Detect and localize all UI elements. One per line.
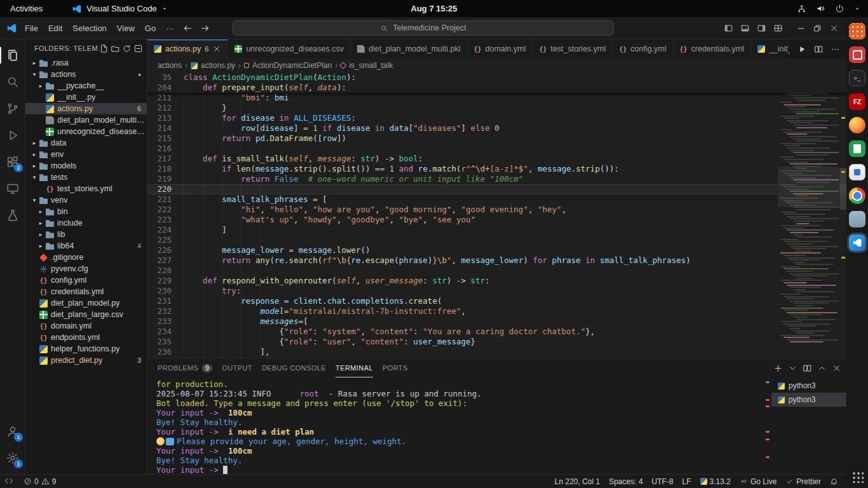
restore-button[interactable] <box>813 24 822 33</box>
explorer-item[interactable]: __init__.py <box>25 92 147 103</box>
editor-tab[interactable]: {}config.yml <box>613 39 673 58</box>
code-line[interactable]: 229 def respond_with_openrouter(self, us… <box>147 276 846 286</box>
close-panel-button[interactable] <box>832 363 841 373</box>
explorer-item[interactable]: ▸env <box>25 149 147 160</box>
activity-search[interactable] <box>0 69 25 95</box>
explorer-item[interactable]: {}test_stories.yml <box>25 183 147 194</box>
more-actions-icon[interactable] <box>831 44 840 54</box>
code-line[interactable]: 225 <box>147 235 846 245</box>
minimap[interactable] <box>778 72 839 358</box>
minimize-button[interactable] <box>796 24 806 33</box>
close-button[interactable] <box>829 24 839 33</box>
explorer-item[interactable]: {}config.yml <box>25 274 147 286</box>
python-version[interactable]: 3.13.2 <box>696 475 735 488</box>
code-line[interactable]: 211 "bmi": bmi <box>147 93 846 103</box>
activity-extensions[interactable]: 2 <box>0 149 25 175</box>
explorer-item[interactable]: {}credentials.yml <box>25 286 147 297</box>
editor-tab[interactable]: actions.py6 <box>147 39 228 58</box>
clock[interactable]: Aug 7 15:25 <box>411 4 458 13</box>
collapse-folders-button[interactable] <box>133 44 143 53</box>
split-editor-icon[interactable] <box>814 44 824 54</box>
code-line[interactable]: 204 def prepare_input(self, data): <box>147 83 846 93</box>
prettier[interactable]: Prettier <box>781 475 825 488</box>
menu-view[interactable]: View <box>112 21 140 36</box>
volume-icon[interactable] <box>816 4 825 13</box>
code-line[interactable]: 216 <box>147 144 846 154</box>
run-python-file-icon[interactable] <box>797 44 807 54</box>
vscode-logo-icon[interactable] <box>6 23 17 34</box>
code-line[interactable]: 212 } <box>147 103 846 113</box>
remote-window-button[interactable] <box>0 475 19 488</box>
breadcrumb-item[interactable]: actions <box>158 61 182 70</box>
activity-remote-explorer[interactable] <box>0 175 25 202</box>
dock-terminal-app[interactable] <box>849 70 865 86</box>
dock-app-red[interactable] <box>849 46 865 63</box>
explorer-item[interactable]: {}endpoints.yml <box>25 332 147 343</box>
code-line[interactable]: 227 return any(re.search(rf"\b{re.escape… <box>147 255 846 266</box>
explorer-item[interactable]: ▸.rasa <box>25 57 147 69</box>
terminal-session[interactable]: python3 <box>771 379 846 393</box>
editor-tab[interactable]: {}credentials.yml <box>674 39 751 58</box>
back-icon[interactable] <box>182 23 193 34</box>
code-line[interactable]: 233 messages=[ <box>147 316 846 327</box>
explorer-item[interactable]: ▸data <box>25 137 147 149</box>
editor-tab[interactable]: diet_plan_model_multi.pkl <box>351 39 468 58</box>
explorer-item[interactable]: diet_plans_large.csv <box>25 309 147 320</box>
menu-go[interactable]: Go <box>140 21 161 36</box>
panel-tab-terminal[interactable]: TERMINAL <box>336 358 373 377</box>
explorer-item[interactable]: ▸models <box>25 160 147 172</box>
power-icon[interactable] <box>835 4 844 13</box>
explorer-item[interactable]: ▸lib <box>25 229 147 240</box>
explorer-item[interactable]: ▸bin <box>25 206 147 217</box>
explorer-item[interactable]: pyvenv.cfg <box>25 263 147 274</box>
editor-tab[interactable]: unrecognized_diseases.csv <box>228 39 351 58</box>
explorer-item[interactable]: ▾tests <box>25 172 147 183</box>
code-line[interactable]: 219 return False # one-word numeric or u… <box>147 174 846 184</box>
toggle-sidebar-icon[interactable] <box>724 24 733 33</box>
panel-tab-debug-console[interactable]: DEBUG CONSOLE <box>262 358 326 377</box>
code-line[interactable]: 213 for disease in ALL_DISEASES: <box>147 113 846 123</box>
app-menu[interactable]: Visual Studio Code <box>72 4 167 14</box>
breadcrumb-item[interactable]: is_small_talk <box>349 61 393 70</box>
code-line[interactable]: 235 {"role": "user", "content": user_mes… <box>147 337 846 347</box>
code-line[interactable]: 226 message_lower = message.lower() <box>147 245 846 255</box>
terminal[interactable]: for production.2025-08-07 15:23:45 INFO … <box>147 377 764 474</box>
problems-status[interactable]: 09 <box>19 475 60 488</box>
code-line[interactable]: 236 ], <box>147 347 846 357</box>
activity-source-control[interactable] <box>0 95 25 122</box>
system-menu-chevron-icon[interactable] <box>854 6 860 12</box>
code-line[interactable]: 234 {"role": "system", "content": "You a… <box>147 327 846 337</box>
maximize-panel-button[interactable] <box>817 363 827 373</box>
explorer-item[interactable]: .gitignore <box>25 252 147 263</box>
toggle-panel-icon[interactable] <box>740 24 750 33</box>
code-line[interactable]: 214 row[disease] = 1 if disease in data[… <box>147 123 846 133</box>
forward-icon[interactable] <box>200 23 210 34</box>
new-terminal-button[interactable] <box>773 363 783 373</box>
explorer-item[interactable]: ▾venv <box>25 194 147 206</box>
panel-tab-ports[interactable]: PORTS <box>383 358 408 377</box>
menu-edit[interactable]: Edit <box>43 21 67 36</box>
code-line[interactable]: 35class ActionDynamicDietPlan(Action): <box>147 72 846 83</box>
activity-explorer[interactable] <box>0 42 25 69</box>
cursor-position[interactable]: Ln 220, Col 1 <box>550 475 604 488</box>
menu-selection[interactable]: Selection <box>67 21 111 36</box>
activity-accounts[interactable]: 1 <box>0 418 25 445</box>
dock-filezilla[interactable] <box>849 93 865 110</box>
go-live[interactable]: Go Live <box>735 475 781 488</box>
activity-settings[interactable]: 1 <box>0 445 25 471</box>
toggle-secondary-sidebar-icon[interactable] <box>757 24 766 33</box>
code-line[interactable]: 230 try: <box>147 286 846 296</box>
explorer-item[interactable]: ▸__pycache__ <box>25 80 147 92</box>
menu-more[interactable]: ··· <box>161 21 179 36</box>
code-line[interactable]: 222 "hi", "hello", "how are you", "good … <box>147 205 846 215</box>
network-icon[interactable] <box>797 4 806 13</box>
explorer-item[interactable]: unrecognized_diseases.csv <box>25 126 147 137</box>
notifications[interactable] <box>825 475 843 488</box>
customize-layout-icon[interactable] <box>773 24 783 33</box>
explorer-item[interactable]: actions.py6 <box>25 103 147 114</box>
explorer-item[interactable]: ▸lib644 <box>25 240 147 252</box>
dock-vscode[interactable] <box>849 234 865 251</box>
dock-libreoffice-calc[interactable] <box>849 140 865 157</box>
explorer-item[interactable]: ▸include <box>25 217 147 229</box>
activities-button[interactable]: Activities <box>0 4 53 13</box>
